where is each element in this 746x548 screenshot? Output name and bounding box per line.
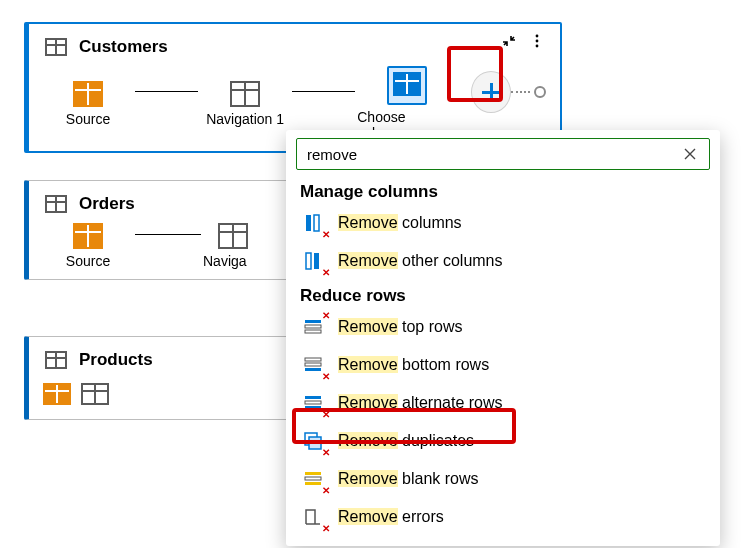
step-source[interactable]: Source (43, 223, 133, 269)
remove-blank-rows-icon: ✕ (300, 466, 326, 492)
action-search-panel: Manage columns ✕ Remove columns ✕ Remove… (286, 130, 720, 546)
svg-point-2 (536, 45, 539, 48)
connector (135, 234, 201, 235)
search-field[interactable] (296, 138, 710, 170)
remove-errors-icon: ✕ (300, 504, 326, 530)
plus-icon (482, 83, 500, 101)
remove-top-rows-icon: ✕ (300, 314, 326, 340)
step-source[interactable]: Source (43, 81, 133, 127)
card-title: Orders (79, 194, 135, 214)
step-icon[interactable] (81, 383, 109, 405)
group-header-reduce-rows: Reduce rows (286, 280, 720, 308)
table-icon (43, 191, 69, 217)
svg-rect-12 (305, 368, 321, 371)
menu-remove-errors[interactable]: ✕ Remove errors (286, 498, 720, 536)
svg-rect-4 (314, 215, 319, 231)
svg-rect-20 (305, 482, 321, 485)
clear-search-icon[interactable] (679, 143, 701, 165)
svg-rect-11 (305, 363, 321, 366)
remove-duplicates-icon: ✕ (300, 428, 326, 454)
menu-remove-alternate-rows[interactable]: ✕ Remove alternate rows (286, 384, 720, 422)
menu-remove-top-rows[interactable]: ✕ Remove top rows (286, 308, 720, 346)
menu-remove-columns[interactable]: ✕ Remove columns (286, 204, 720, 242)
card-header: Customers (29, 24, 560, 62)
remove-columns-icon: ✕ (300, 210, 326, 236)
menu-remove-blank-rows[interactable]: ✕ Remove blank rows (286, 460, 720, 498)
menu-remove-other-columns[interactable]: ✕ Remove other columns (286, 242, 720, 280)
menu-remove-duplicates[interactable]: ✕ Remove duplicates (286, 422, 720, 460)
svg-rect-6 (314, 253, 319, 269)
svg-rect-19 (305, 477, 321, 480)
svg-point-1 (536, 40, 539, 43)
more-options-icon[interactable] (526, 30, 548, 52)
tail-end (534, 86, 546, 98)
svg-point-0 (536, 35, 539, 38)
table-icon (43, 347, 69, 373)
tail-connector (511, 91, 530, 93)
add-step-button[interactable] (471, 71, 511, 113)
connector (292, 91, 355, 92)
svg-rect-7 (305, 320, 321, 323)
search-input[interactable] (305, 145, 679, 164)
step-icon[interactable] (43, 383, 71, 405)
group-header-manage-columns: Manage columns (286, 176, 720, 204)
svg-rect-15 (305, 406, 321, 409)
svg-rect-5 (306, 253, 311, 269)
svg-rect-10 (305, 358, 321, 361)
remove-alternate-rows-icon: ✕ (300, 390, 326, 416)
card-title: Products (79, 350, 153, 370)
menu-remove-bottom-rows[interactable]: ✕ Remove bottom rows (286, 346, 720, 384)
card-title: Customers (79, 37, 168, 57)
step-navigation-1[interactable]: Navigation 1 (200, 81, 290, 127)
svg-rect-17 (309, 437, 321, 449)
remove-other-columns-icon: ✕ (300, 248, 326, 274)
connector (135, 91, 198, 92)
svg-rect-13 (305, 396, 321, 399)
step-navigation-1[interactable]: Naviga (203, 223, 263, 269)
svg-rect-3 (306, 215, 311, 231)
remove-bottom-rows-icon: ✕ (300, 352, 326, 378)
svg-rect-9 (305, 330, 321, 333)
table-icon (43, 34, 69, 60)
collapse-icon[interactable] (498, 30, 520, 52)
svg-rect-14 (305, 401, 321, 404)
svg-rect-18 (305, 472, 321, 475)
svg-rect-8 (305, 325, 321, 328)
